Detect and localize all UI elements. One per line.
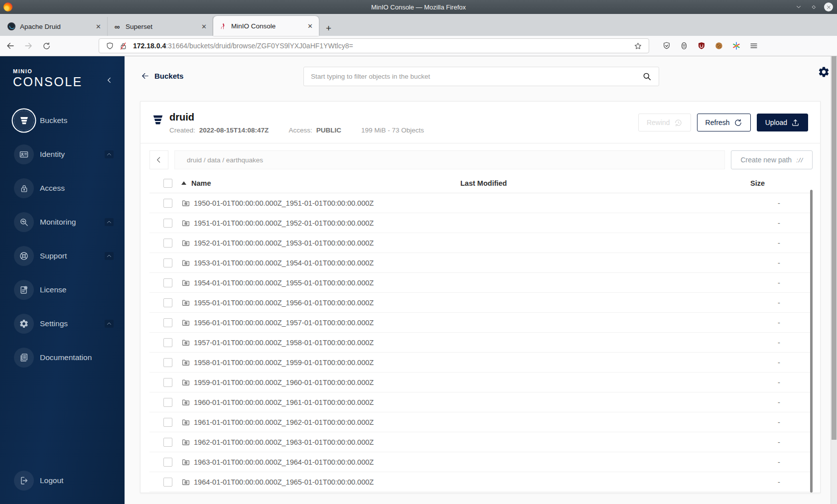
chevron-left-icon	[155, 156, 163, 164]
table-row[interactable]: 1953-01-01T00:00:00.000Z_1954-01-01T00:0…	[149, 253, 813, 273]
menu-icon[interactable]	[749, 41, 758, 50]
table-row[interactable]: 1958-01-01T00:00:00.000Z_1959-01-01T00:0…	[149, 353, 813, 373]
page-scrollbar[interactable]	[831, 56, 837, 504]
sidebar-item-label: Settings	[40, 319, 68, 328]
table-row[interactable]: 1950-01-01T00:00:00.000Z_1951-01-01T00:0…	[149, 193, 813, 213]
object-name: 1964-01-01T00:00:00.000Z_1965-01-01T00:0…	[194, 478, 374, 486]
lock-slash-icon[interactable]	[119, 42, 128, 50]
reload-button[interactable]	[39, 39, 54, 53]
object-size: -	[750, 438, 808, 446]
row-checkbox[interactable]	[163, 318, 172, 327]
window-menu-button[interactable]	[794, 2, 803, 11]
sidebar-item-access[interactable]: Access	[0, 177, 125, 200]
column-header-size[interactable]: Size	[750, 179, 808, 187]
search-input[interactable]	[311, 73, 642, 80]
table-row[interactable]: 1960-01-01T00:00:00.000Z_1961-01-01T00:0…	[149, 392, 813, 412]
object-size: -	[750, 219, 808, 227]
column-header-name[interactable]: Name	[181, 179, 460, 187]
window-close-button[interactable]	[824, 2, 833, 11]
table-row[interactable]: 1957-01-01T00:00:00.000Z_1958-01-01T00:0…	[149, 333, 813, 353]
browser-tab-apache-druid[interactable]: Apache Druid✕	[2, 17, 108, 36]
tab-close-icon[interactable]: ✕	[305, 21, 315, 31]
extension-color-icon[interactable]	[732, 41, 741, 50]
table-scrollbar-thumb[interactable]	[810, 190, 813, 493]
row-checkbox[interactable]	[163, 398, 172, 407]
object-name: 1956-01-01T00:00:00.000Z_1957-01-01T00:0…	[194, 319, 374, 327]
row-checkbox[interactable]	[163, 219, 172, 228]
row-checkbox[interactable]	[163, 458, 172, 467]
table-row[interactable]: 1951-01-01T00:00:00.000Z_1952-01-01T00:0…	[149, 213, 813, 233]
shield-icon[interactable]	[106, 42, 114, 50]
pocket-icon[interactable]	[662, 41, 671, 50]
back-button[interactable]	[3, 39, 18, 53]
page-scrollbar-thumb[interactable]	[832, 56, 837, 440]
table-row[interactable]: 1959-01-01T00:00:00.000Z_1960-01-01T00:0…	[149, 373, 813, 392]
row-checkbox[interactable]	[163, 478, 172, 487]
column-header-last-modified[interactable]: Last Modified	[460, 179, 750, 187]
chevron-up-icon[interactable]	[105, 218, 114, 226]
sidebar-collapse-icon[interactable]	[106, 76, 114, 84]
ublock-icon[interactable]	[697, 41, 706, 50]
back-to-buckets-link[interactable]: Buckets	[141, 72, 183, 80]
sidebar-item-buckets[interactable]: Buckets	[0, 109, 125, 132]
chevron-up-icon[interactable]	[105, 320, 114, 328]
refresh-label: Refresh	[705, 119, 730, 126]
select-all-checkbox[interactable]	[163, 179, 172, 188]
row-checkbox[interactable]	[163, 199, 172, 208]
sidebar-item-label: Support	[40, 252, 67, 260]
bookmark-star-icon[interactable]	[634, 42, 642, 50]
sidebar-item-license[interactable]: License	[0, 278, 125, 301]
settings-gear-icon[interactable]	[818, 66, 830, 78]
row-checkbox[interactable]	[163, 418, 172, 427]
sidebar-item-settings[interactable]: Settings	[0, 312, 125, 335]
filter-objects-search[interactable]	[303, 67, 659, 86]
path-back-button[interactable]	[149, 150, 168, 169]
folder-icon	[181, 199, 190, 208]
containers-icon[interactable]	[680, 41, 689, 50]
refresh-button[interactable]: Refresh	[697, 114, 751, 131]
table-row[interactable]: 1961-01-01T00:00:00.000Z_1962-01-01T00:0…	[149, 412, 813, 432]
row-checkbox[interactable]	[163, 298, 172, 307]
forward-button[interactable]	[21, 39, 36, 53]
create-new-path-button[interactable]: Create new path ://	[731, 150, 813, 169]
window-title: MinIO Console — Mozilla Firefox	[0, 3, 837, 11]
url-bar[interactable]: 172.18.0.4:31664/buckets/druid/browse/ZG…	[99, 38, 649, 53]
sidebar-item-identity[interactable]: Identity	[0, 143, 125, 166]
row-checkbox[interactable]	[163, 378, 172, 387]
tab-close-icon[interactable]: ✕	[94, 22, 103, 31]
browser-navbar: 172.18.0.4:31664/buckets/druid/browse/ZG…	[0, 36, 837, 56]
documentation-icon	[19, 353, 29, 363]
row-checkbox[interactable]	[163, 358, 172, 367]
tab-close-icon[interactable]: ✕	[199, 22, 209, 31]
table-row[interactable]: 1952-01-01T00:00:00.000Z_1953-01-01T00:0…	[149, 233, 813, 253]
upload-button[interactable]: Upload	[757, 114, 808, 131]
browser-tab-minio-console[interactable]: MinIO Console✕	[213, 16, 319, 36]
row-checkbox[interactable]	[163, 278, 172, 287]
row-checkbox[interactable]	[163, 338, 172, 347]
row-checkbox[interactable]	[163, 258, 172, 267]
chevron-up-icon[interactable]	[105, 150, 114, 158]
row-checkbox[interactable]	[163, 239, 172, 248]
sidebar-item-support[interactable]: Support	[0, 245, 125, 267]
cookie-icon[interactable]	[714, 41, 723, 50]
table-row[interactable]: 1956-01-01T00:00:00.000Z_1957-01-01T00:0…	[149, 313, 813, 333]
sidebar-item-monitoring[interactable]: Monitoring	[0, 211, 125, 234]
sidebar-item-documentation[interactable]: Documentation	[0, 346, 125, 369]
table-row[interactable]: 1955-01-01T00:00:00.000Z_1956-01-01T00:0…	[149, 293, 813, 313]
new-tab-button[interactable]: +	[319, 23, 338, 36]
table-row[interactable]: 1964-01-01T00:00:00.000Z_1965-01-01T00:0…	[149, 472, 813, 492]
window-maximize-button[interactable]	[809, 2, 818, 11]
folder-icon	[181, 418, 190, 427]
table-row[interactable]: 1963-01-01T00:00:00.000Z_1964-01-01T00:0…	[149, 452, 813, 472]
chevron-up-icon[interactable]	[105, 252, 114, 260]
url-text[interactable]: 172.18.0.4:31664/buckets/druid/browse/ZG…	[133, 42, 631, 50]
object-name: 1958-01-01T00:00:00.000Z_1959-01-01T00:0…	[194, 359, 374, 367]
table-row[interactable]: 1954-01-01T00:00:00.000Z_1955-01-01T00:0…	[149, 273, 813, 293]
table-row[interactable]: 1962-01-01T00:00:00.000Z_1963-01-01T00:0…	[149, 432, 813, 452]
browser-tab-superset[interactable]: ∞Superset✕	[108, 17, 213, 36]
license-icon	[19, 285, 29, 295]
sidebar-item-logout[interactable]: Logout	[0, 469, 125, 492]
breadcrumb[interactable]: druid / data / earthquakes	[174, 150, 725, 169]
rewind-button[interactable]: Rewind	[638, 114, 691, 131]
row-checkbox[interactable]	[163, 438, 172, 447]
